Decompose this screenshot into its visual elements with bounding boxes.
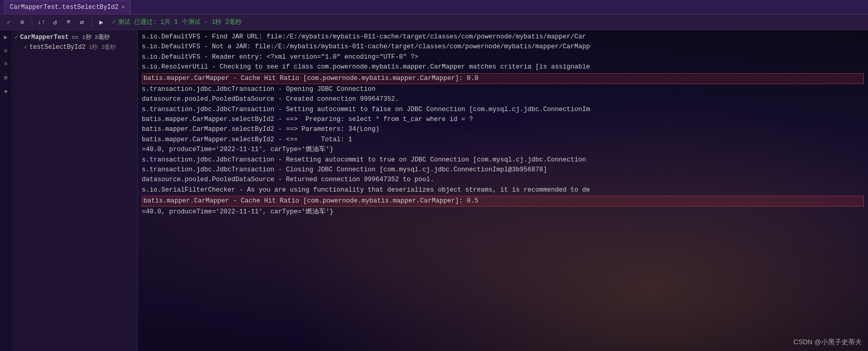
left-panel: ▶ ⊙ ≡ ⊞ ◈ ✓ CarMapperTest cc 1秒 2毫秒 ✓ te… xyxy=(0,30,138,351)
side-icon-5[interactable]: ◈ xyxy=(1,86,10,96)
log-line: batis.mapper.CarMapper - Cache Hit Ratio… xyxy=(142,73,864,84)
side-icon-3[interactable]: ≡ xyxy=(1,59,10,69)
console-content: s.io.DefaultVFS - Find JAR URL: file:/E:… xyxy=(138,30,868,351)
toolbar-separator-2 xyxy=(91,18,92,27)
watermark: CSDN @小黑子史蒂夫 xyxy=(793,338,862,347)
tree-child-item[interactable]: ✓ testSelectById2 1秒 2毫秒 xyxy=(11,42,137,52)
log-line: batis.mapper.CarMapper - Cache Hit Ratio… xyxy=(142,196,864,207)
check-button[interactable]: ✓ xyxy=(3,17,15,28)
log-line: s.io.DefaultVFS - Find JAR URL: file:/E:… xyxy=(142,32,864,42)
status-check-icon: ✓ xyxy=(112,18,116,26)
test-tree-panel: ✓ CarMapperTest cc 1秒 2毫秒 ✓ testSelectBy… xyxy=(11,30,137,351)
log-line: s.transaction.jdbc.JdbcTransaction - Res… xyxy=(142,155,864,165)
log-line: s.io.DefaultVFS - Not a JAR: file:/E:/my… xyxy=(142,42,864,52)
child-check-icon: ✓ xyxy=(24,44,28,50)
log-line: batis.mapper.CarMapper.selectById2 - <==… xyxy=(142,135,864,145)
parent-check-icon: ✓ xyxy=(15,34,18,40)
log-line: s.transaction.jdbc.JdbcTransaction - Set… xyxy=(142,105,864,115)
log-line: =40.0, produceTime='2022-11-11', carType… xyxy=(142,145,864,155)
main-area: ▶ ⊙ ≡ ⊞ ◈ ✓ CarMapperTest cc 1秒 2毫秒 ✓ te… xyxy=(0,30,868,351)
log-line: s.transaction.jdbc.JdbcTransaction - Clo… xyxy=(142,165,864,175)
log-line: datasource.pooled.PooledDataSource - Ret… xyxy=(142,175,864,185)
parent-label: CarMapperTest xyxy=(20,34,69,41)
log-line: =40.0, produceTime='2022-11-11', carType… xyxy=(142,207,864,217)
side-icon-2[interactable]: ⊙ xyxy=(1,46,10,55)
arrows-button[interactable]: ⇄ xyxy=(76,17,88,28)
toolbar: ✓ ⊘ ↓↑ ↺ ≡ ⇄ ▶ ✓ 测试 已通过: 1共 1 个测试 - 1秒 2… xyxy=(0,15,868,30)
tree-parent-item[interactable]: ✓ CarMapperTest cc 1秒 2毫秒 xyxy=(11,32,137,42)
log-line: datasource.pooled.PooledDataSource - Cre… xyxy=(142,95,864,104)
tab-bar: CarMapperTest.testSelectById2 × xyxy=(0,0,868,15)
child-label: testSelectById2 xyxy=(30,44,86,51)
list-button[interactable]: ≡ xyxy=(63,17,74,28)
tab-close-button[interactable]: × xyxy=(122,4,125,10)
sort-button[interactable]: ↓↑ xyxy=(36,17,47,28)
rerun-button[interactable]: ↺ xyxy=(49,17,61,28)
child-timing: 1秒 2毫秒 xyxy=(89,43,116,51)
tab-label: CarMapperTest.testSelectById2 xyxy=(10,4,118,11)
log-line: s.transaction.jdbc.JdbcTransaction - Ope… xyxy=(142,85,864,95)
side-icon-4[interactable]: ⊞ xyxy=(1,73,10,82)
stop-button[interactable]: ⊘ xyxy=(17,17,28,28)
log-line: s.io.SerialFilterChecker - As you are us… xyxy=(142,185,864,195)
log-line: batis.mapper.CarMapper.selectById2 - ==>… xyxy=(142,125,864,134)
log-line: s.io.ResolverUtil - Checking to see if c… xyxy=(142,62,864,72)
console-area: s.io.DefaultVFS - Find JAR URL: file:/E:… xyxy=(138,30,868,351)
test-status: ✓ 测试 已通过: 1共 1 个测试 - 1秒 2毫秒 xyxy=(112,18,242,26)
play-button[interactable]: ▶ xyxy=(96,17,107,28)
side-icon-1[interactable]: ▶ xyxy=(1,32,10,42)
log-line: s.io.DefaultVFS - Reader entry: <?xml ve… xyxy=(142,52,864,62)
side-icons: ▶ ⊙ ≡ ⊞ ◈ xyxy=(0,30,11,351)
parent-timing: cc 1秒 2毫秒 xyxy=(72,33,110,41)
status-text: 测试 已通过: 1共 1 个测试 - 1秒 2毫秒 xyxy=(118,18,242,26)
toolbar-separator-1 xyxy=(32,18,32,27)
log-line: batis.mapper.CarMapper.selectById2 - ==>… xyxy=(142,115,864,125)
active-tab[interactable]: CarMapperTest.testSelectById2 × xyxy=(4,1,130,14)
